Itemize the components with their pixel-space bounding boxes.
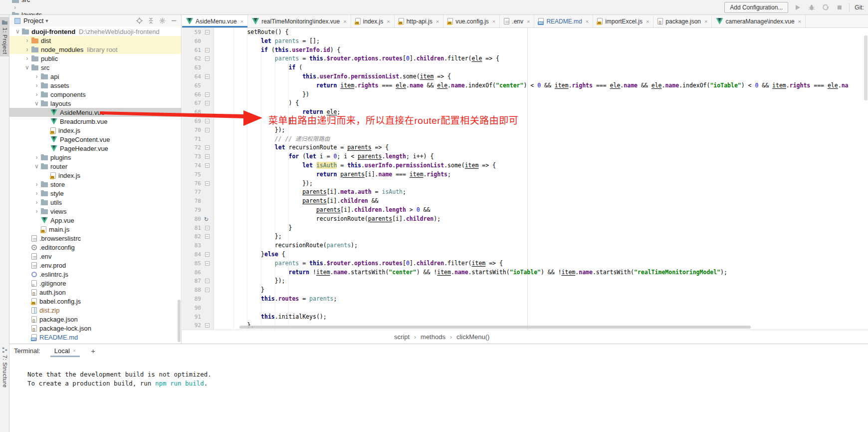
close-icon[interactable]: × [387,18,390,24]
code-line[interactable]: 66− }) [182,90,868,99]
chevron-expanded-icon[interactable]: ∨ [32,101,41,106]
editor-tab[interactable]: importExcel.js× [593,15,653,27]
chevron-collapsed-icon[interactable]: › [32,155,41,160]
code-line[interactable]: 72− let recursionRoute = parents => { [182,143,868,152]
tree-item[interactable]: babel.config.js [9,297,181,306]
hide-panel-icon[interactable] [170,16,178,25]
fold-marker-icon[interactable]: − [205,261,210,266]
chevron-expanded-icon[interactable]: ∨ [23,65,31,70]
tree-item[interactable]: package-lock.json [9,324,181,333]
code-line[interactable]: 80↻ recursionRoute(parents[i].children); [182,215,868,224]
editor-tab[interactable]: .env× [500,15,534,27]
tree-item[interactable]: ›node_moduleslibrary root [9,45,181,54]
close-icon[interactable]: × [527,18,530,24]
fold-marker-icon[interactable]: − [205,48,210,52]
code-line[interactable]: 90 [182,304,868,313]
tree-item[interactable]: ›views [9,207,181,216]
fold-marker-icon[interactable]: − [205,288,210,292]
tree-item[interactable]: AsideMenu.vue [9,108,181,117]
fold-marker-icon[interactable]: − [205,181,210,186]
vertical-scrollbar-thumb[interactable] [864,35,868,100]
code-line[interactable]: 78 parents[i].children && [182,197,868,206]
fold-marker-icon[interactable]: − [205,145,210,150]
code-line[interactable]: 60 let parents = []; [182,37,868,46]
editor-tab[interactable]: AsideMenu.vue× [182,15,248,27]
code-line[interactable]: 77 parents[i].meta.auth = isAuth; [182,188,868,197]
chevron-collapsed-icon[interactable]: › [32,83,41,88]
tree-item[interactable]: .eslintrc.js [9,270,181,279]
tree-item[interactable]: App.vue [9,216,181,225]
code-line[interactable]: 84− }else { [182,250,868,259]
code-line[interactable]: 71 // // 递归权限路由 [182,135,868,144]
tree-item[interactable]: .env.prod [9,261,181,270]
tree-item[interactable]: ›store [9,180,181,189]
close-icon[interactable]: × [492,18,495,24]
tree-item[interactable]: PageContent.vue [9,135,181,144]
tree-item[interactable]: ∨router [9,162,181,171]
tree-item[interactable]: PageHeader.vue [9,144,181,153]
fold-marker-icon[interactable]: − [205,154,210,159]
tree-item[interactable]: ∨src [9,63,181,72]
fold-marker-icon[interactable]: − [205,30,210,34]
fold-marker-icon[interactable]: − [205,279,210,283]
chevron-collapsed-icon[interactable]: › [23,38,31,43]
code-line[interactable]: 74− let isAuth = this.userInfo.permissio… [182,161,868,170]
tree-item[interactable]: ›utils [9,198,181,207]
tree-item[interactable]: ›style [9,189,181,198]
fold-marker-icon[interactable]: − [205,234,210,239]
editor-tab[interactable]: realTimeMonitoring\index.vue× [248,15,351,27]
fold-marker-icon[interactable]: − [205,56,210,61]
code-line[interactable]: 89 this.routes = parents; [182,295,868,304]
chevron-collapsed-icon[interactable]: › [23,47,31,52]
code-line[interactable]: 61− if (this.userInfo.id) { [182,46,868,55]
tree-item[interactable]: Breadcrumb.vue [9,117,181,126]
chevron-collapsed-icon[interactable]: › [32,209,41,214]
breadcrumb-item[interactable]: src [12,0,66,3]
tree-item[interactable]: ∨layouts [9,99,181,108]
breadcrumb-item[interactable]: script [394,333,410,341]
close-icon[interactable]: × [586,18,589,24]
new-terminal-button[interactable]: + [88,347,98,355]
code-line[interactable]: 65 return item.rights === ele.name && el… [182,81,868,90]
git-label[interactable]: Git: [855,4,864,11]
code-line[interactable]: 73− for (let i = 0; i < parents.length; … [182,152,868,161]
tree-item[interactable]: ›components [9,90,181,99]
code-line[interactable]: 88− } [182,286,868,295]
tree-item[interactable]: main.js [9,225,181,234]
code-editor[interactable]: 59− setRoute() {60 let parents = [];61− … [182,28,868,330]
fold-marker-icon[interactable]: − [205,226,210,230]
stripe-button-structure[interactable]: 7: Structure [0,345,9,390]
code-line[interactable]: 76− }); [182,179,868,188]
close-icon[interactable]: × [436,18,439,24]
fold-marker-icon[interactable]: − [205,74,210,79]
tree-item[interactable]: index.js [9,126,181,135]
terminal-tab-local[interactable]: Local × [49,344,81,357]
code-line[interactable]: 86 return !item.name.startsWith("center"… [182,268,868,277]
editor-tab[interactable]: http-api.js× [395,15,443,27]
fold-marker-icon[interactable]: − [205,323,210,328]
stripe-button-project[interactable]: 1: Project [0,17,9,56]
chevron-collapsed-icon[interactable]: › [32,74,41,79]
code-line[interactable]: 62− parents = this.$router.options.route… [182,54,868,63]
code-line[interactable]: 79 parents[i].children.length > 0 && [182,206,868,215]
editor-tab[interactable]: package.json× [653,15,712,27]
fold-marker-icon[interactable]: − [205,119,210,123]
close-icon[interactable]: × [240,18,243,24]
chevron-down-icon[interactable]: ▼ [44,18,49,23]
tree-item[interactable]: .browserslistrc [9,234,181,243]
tree-item[interactable]: ›api [9,72,181,81]
horizontal-scrollbar-thumb[interactable] [239,326,751,329]
code-line[interactable]: 81− } [182,224,868,233]
close-icon[interactable]: × [73,348,76,354]
collapse-all-icon[interactable] [147,16,155,25]
tree-item[interactable]: README.md [9,333,181,342]
tree-item[interactable]: index.js [9,171,181,180]
code-line[interactable]: 87− }); [182,277,868,286]
chevron-collapsed-icon[interactable]: › [32,200,41,205]
code-line[interactable]: 59− setRoute() { [182,28,868,37]
breadcrumb-item[interactable]: methods [421,333,445,341]
code-line[interactable]: 91 this.initialKeys(); [182,313,868,322]
code-line[interactable]: 75 return parents[i].name === item.right… [182,170,868,179]
chevron-collapsed-icon[interactable]: › [23,56,31,61]
tree-item[interactable]: ›assets [9,81,181,90]
